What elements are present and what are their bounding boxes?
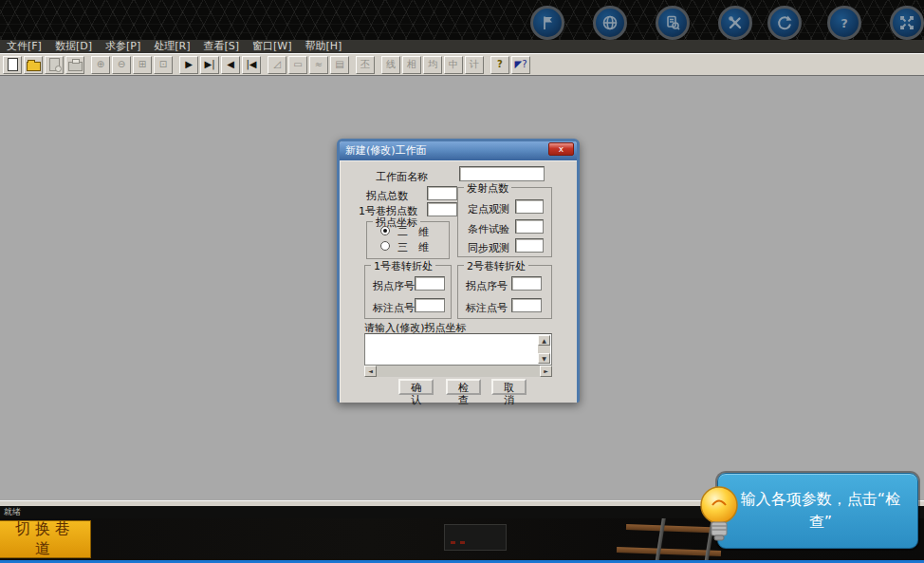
launch-points-group: 发射点数 定点观测 条件试验 同步观测 — [457, 187, 552, 257]
open-file-button[interactable] — [24, 56, 43, 74]
chart-flat-button[interactable]: ▭ — [288, 56, 307, 74]
step-first-button[interactable]: |◀ — [242, 56, 261, 74]
chart-wave-icon: ≈ — [315, 60, 323, 69]
lane1-corner-points-input[interactable] — [427, 202, 457, 216]
play-button[interactable]: ▶ — [179, 56, 198, 74]
scroll-up-icon[interactable]: ▲ — [538, 335, 550, 346]
context-help-button[interactable]: ◤? — [511, 56, 530, 74]
help-button[interactable]: ? — [827, 6, 861, 40]
lane2-turn-group: 2号巷转折处 拐点序号 标注点号 — [457, 265, 552, 319]
check-button[interactable]: 检查 — [446, 379, 481, 395]
dialog-title-bar[interactable]: 新建(修改)工作面 x — [340, 141, 577, 160]
tools-button[interactable] — [718, 6, 752, 40]
horizontal-scrollbar[interactable]: ◄ ► — [364, 366, 552, 377]
fit-view-button[interactable]: ⊞ — [133, 56, 152, 74]
menu-file[interactable]: 文件[F] — [0, 40, 48, 53]
dialog-new-workface: 新建(修改)工作面 x 工作面名称 拐点总数 1号巷拐点数 拐点坐标 二 维 三… — [337, 139, 580, 403]
char-ji-button[interactable]: 计 — [465, 56, 484, 74]
radio-3d-label[interactable]: 三 维 — [397, 240, 429, 254]
help-icon: ? — [497, 60, 503, 69]
svg-text:?: ? — [841, 16, 848, 30]
char-ji-icon: 计 — [470, 60, 479, 69]
lane2-corner-index-input[interactable] — [511, 276, 542, 291]
workface-name-input[interactable] — [459, 166, 545, 181]
step-forward-button[interactable]: ▶| — [200, 56, 219, 74]
radio-2d-label[interactable]: 二 维 — [397, 225, 429, 239]
question-icon: ? — [835, 13, 854, 32]
zoom-in-button[interactable]: ⊕ — [91, 56, 110, 74]
menu-help[interactable]: 帮助[H] — [298, 40, 348, 53]
vertical-scrollbar[interactable]: ▲ ▼ — [538, 335, 550, 364]
char-pi-icon: 丕 — [360, 60, 370, 69]
zoom-in-icon: ⊕ — [97, 60, 104, 69]
refresh-button[interactable] — [767, 6, 802, 40]
confirm-button[interactable]: 确认 — [398, 379, 434, 395]
control-panel — [444, 524, 507, 551]
toolbar-separator — [350, 56, 355, 74]
toolbar-separator — [376, 56, 380, 74]
chart-wave-button[interactable]: ≈ — [309, 56, 328, 74]
dialog-content: 工作面名称 拐点总数 1号巷拐点数 拐点坐标 二 维 三 维 发射点数 定点观测… — [340, 160, 577, 403]
lane2-marked-point-input[interactable] — [511, 298, 542, 312]
menu-process[interactable]: 处理[R] — [147, 40, 196, 53]
hint-text: 输入各项参数，点击“检查” — [731, 488, 910, 534]
corner-coords-group: 拐点坐标 二 维 三 维 — [366, 221, 450, 259]
refresh-icon — [775, 13, 794, 32]
menu-window[interactable]: 窗口[W] — [246, 40, 298, 53]
fixed-observation-label: 定点观测 — [468, 202, 509, 216]
report-search-button[interactable] — [656, 6, 690, 40]
help-toolbar-button[interactable]: ? — [490, 56, 509, 74]
new-document-button[interactable] — [3, 56, 22, 74]
fullscreen-button[interactable] — [890, 6, 924, 40]
new-document-icon — [8, 58, 18, 71]
flag-icon — [538, 13, 557, 32]
step-back-button[interactable]: ◀ — [221, 56, 240, 74]
radio-3d[interactable] — [380, 241, 390, 251]
close-button[interactable]: x — [548, 142, 574, 156]
cancel-button[interactable]: 取消 — [491, 379, 527, 395]
globe-button[interactable] — [593, 6, 627, 40]
scroll-down-icon[interactable]: ▼ — [538, 353, 550, 364]
char-xian-button[interactable]: 线 — [381, 56, 400, 74]
radio-2d[interactable] — [380, 226, 390, 235]
window-tile-icon: ⊡ — [159, 60, 167, 69]
sync-observation-input[interactable] — [515, 238, 544, 253]
print-preview-button[interactable] — [45, 56, 64, 74]
tools-icon — [726, 13, 745, 32]
scroll-right-icon[interactable]: ► — [540, 366, 552, 377]
coords-textarea[interactable]: ▲ ▼ — [364, 333, 552, 366]
zoom-out-button[interactable]: ⊖ — [112, 56, 131, 74]
application-window: ? 文件[F] 数据[D] 求参[P] 处理[R] 查看[S] 窗口[W] 帮助… — [0, 0, 924, 563]
chart-flat-icon: ▭ — [293, 60, 302, 69]
lane2-marked-point-label: 标注点号 — [466, 301, 508, 315]
globe-icon — [601, 13, 619, 32]
char-pi-button[interactable]: 丕 — [356, 56, 375, 74]
lane1-corner-index-input[interactable] — [415, 276, 445, 291]
print-button[interactable] — [65, 56, 84, 74]
condition-test-input[interactable] — [515, 219, 544, 234]
char-jun-button[interactable]: 均 — [423, 56, 442, 74]
char-zhong-button[interactable]: 中 — [444, 56, 463, 74]
char-jun-icon: 均 — [428, 60, 437, 69]
chart-box-button[interactable]: ▤ — [330, 56, 349, 74]
total-corner-points-label: 拐点总数 — [366, 189, 408, 203]
lane2-corner-index-label: 拐点序号 — [466, 279, 508, 293]
document-search-icon — [663, 13, 682, 32]
print-icon — [68, 62, 83, 71]
window-tile-button[interactable]: ⊡ — [154, 56, 173, 74]
toolbar-separator — [85, 56, 90, 74]
char-xiang-button[interactable]: 相 — [402, 56, 421, 74]
flag-button[interactable] — [530, 6, 564, 40]
step-forward-icon: ▶| — [204, 60, 214, 69]
lane1-marked-point-input[interactable] — [415, 298, 445, 312]
fixed-observation-input[interactable] — [515, 199, 544, 214]
scroll-left-icon[interactable]: ◄ — [364, 366, 377, 377]
chart-line-button[interactable]: ◿ — [268, 56, 286, 74]
total-corner-points-input[interactable] — [427, 186, 457, 200]
menu-view[interactable]: 查看[S] — [196, 40, 246, 53]
menu-parameters[interactable]: 求参[P] — [99, 40, 147, 53]
open-file-icon — [27, 62, 41, 71]
menu-data[interactable]: 数据[D] — [48, 40, 99, 53]
sync-observation-label: 同步观测 — [468, 241, 509, 255]
switch-roadway-button[interactable]: 切换巷道 — [0, 520, 91, 558]
